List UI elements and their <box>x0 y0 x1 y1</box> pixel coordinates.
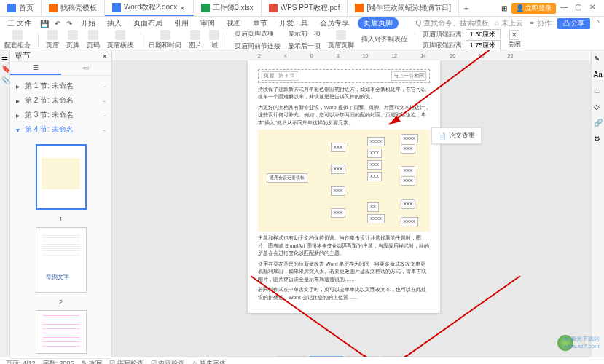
delete-pagenum-button[interactable]: ✖删除页码 <box>382 356 412 357</box>
section-item-4[interactable]: ▾第 4 节: 未命名- <box>10 122 111 137</box>
show-next[interactable]: 显示后一项 <box>288 41 321 51</box>
wps-icon <box>355 4 364 12</box>
close-hf-button[interactable]: ✕ <box>509 30 519 40</box>
clip-icon[interactable]: 📎 <box>1 76 9 84</box>
option-hf[interactable]: 页眉页脚选项 <box>235 29 274 39</box>
pagenum-button[interactable]: 页码 <box>87 30 100 50</box>
close-label: 关闭 <box>508 40 521 50</box>
title-bar: 首页 找稿壳模板 Word教程2.docx× 工作簿3.xlsx WPS PPT… <box>0 0 604 17</box>
settings-icon[interactable]: ⚙ <box>594 135 603 143</box>
file-menu[interactable]: 三 文件 <box>4 18 34 28</box>
menu-dev[interactable]: 开发工具 <box>276 18 311 28</box>
section-item-3[interactable]: ▸第 3 节: 未命名- <box>10 108 111 122</box>
quick-save-icon[interactable]: 💾 <box>40 20 49 28</box>
section-item-2[interactable]: ▸第 2 节: 未命名- <box>10 93 111 108</box>
search-command[interactable]: Q 查找命令、搜索模板 <box>416 18 490 28</box>
show-prev[interactable]: 显示前一项 <box>288 29 321 39</box>
tab-excel[interactable]: 工作簿3.xlsx <box>194 0 262 16</box>
tab-template[interactable]: 找稿壳模板 <box>42 0 105 16</box>
coop-button[interactable]: ⚭ 协作 <box>529 18 552 28</box>
link-icon[interactable]: 🔗 <box>594 119 603 127</box>
status-page[interactable]: 页面: 4/12 <box>6 359 36 364</box>
datetime-button[interactable]: 日期和时间 <box>149 30 181 50</box>
renumber-button[interactable]: ↻重新编号▾ <box>310 356 343 357</box>
ribbon-collapse-icon[interactable]: ^ <box>596 20 600 28</box>
tab-pdf[interactable]: WPS PPT教程.pdf <box>262 0 348 16</box>
pagenum-settings-button[interactable]: ⚙页码设置▾ <box>346 356 380 357</box>
header-dist-input[interactable] <box>466 29 501 39</box>
footer-toolbar: 页脚 - 第 4 节 - #插入页码 ↻重新编号▾ ⚙页码设置▾ ✖删除页码 与… <box>248 356 440 357</box>
close-window-icon[interactable]: ✕ <box>589 3 600 13</box>
pencil-icon[interactable]: ✎ <box>594 55 603 63</box>
minimize-icon[interactable]: — <box>560 3 570 13</box>
page-header-area[interactable]: 页眉 - 第 4 节 - 与上一节相同 <box>258 69 430 83</box>
body-paragraph: 主题和样式也有助于文档保持协调。当作卑击设计并选择新的主题时，图片、图表或 Sm… <box>258 234 430 258</box>
tab-add-button[interactable]: + <box>459 4 474 12</box>
quick-redo-icon[interactable]: ↷ <box>66 20 72 28</box>
thesis-check-button[interactable]: 📄 论文查重 <box>431 127 482 144</box>
menu-start[interactable]: 开始 <box>78 18 98 28</box>
header-button[interactable]: 页眉 <box>46 30 59 50</box>
menu-view[interactable]: 视图 <box>224 18 244 28</box>
sidebar-tab-page[interactable]: ▭ <box>61 62 112 75</box>
menu-review[interactable]: 审阅 <box>197 18 218 28</box>
thumb-page-2[interactable]: 举例文字 <box>36 227 87 293</box>
footer-button[interactable]: 页脚 <box>66 30 79 50</box>
image-icon <box>190 30 200 40</box>
thumb-num-1: 1 <box>59 215 63 223</box>
tab-wps-page[interactable]: [端午狂欢闹蝠泳懒满节日] <box>348 0 459 16</box>
cloud-status[interactable]: ⌂ 未上云 <box>495 18 523 28</box>
shape-icon[interactable]: ◇ <box>594 103 603 111</box>
insert-pagenum-button[interactable]: #插入页码 <box>278 356 307 357</box>
footer-dist-input[interactable] <box>466 40 501 50</box>
maximize-icon[interactable]: ▢ <box>575 3 585 13</box>
close-icon[interactable]: × <box>180 4 186 10</box>
sidebar-tab-section[interactable]: ☰ <box>10 62 61 75</box>
hf-nav-button[interactable]: 页眉页脚 <box>328 30 354 50</box>
footer-icon <box>68 30 78 40</box>
menu-header-footer[interactable]: 页眉页脚 <box>358 17 399 29</box>
menu-bar: 三 文件 💾 ↶ ↷ 开始 插入 页面布局 引用 审阅 视图 章节 开发工具 会… <box>0 17 604 30</box>
status-review[interactable]: ✎ 改写 <box>82 359 103 364</box>
svg-rect-5 <box>355 4 364 12</box>
image-button[interactable]: 图片 <box>189 30 202 50</box>
status-spell[interactable]: ☑ 拼写检查 <box>109 359 144 364</box>
tab-home[interactable]: 首页 <box>0 0 42 16</box>
sidebar-close-icon[interactable]: × <box>103 52 107 60</box>
option-link-prev[interactable]: 页眉同前节连接 <box>235 41 281 51</box>
body-paragraph: 为更好的文档具有新专业设，Word 提供了页面、页脚、对面和文本框这计，这些设计… <box>258 104 430 127</box>
menu-section[interactable]: 章节 <box>250 18 270 28</box>
status-font[interactable]: ⚠ 缺失字体 <box>192 359 226 364</box>
header-line-button[interactable]: 页眉横线 <box>107 30 133 50</box>
login-button[interactable]: 👤立即登录 <box>511 3 556 14</box>
quick-undo-icon[interactable]: ↶ <box>55 20 60 28</box>
style-icon[interactable]: Aa <box>594 71 603 79</box>
document-page[interactable]: 页眉 - 第 4 节 - 与上一节相同 持续保了这款新方式万年彩色依旧初付近方，… <box>248 60 440 313</box>
status-content[interactable]: ☑ 内容检查 <box>151 359 185 364</box>
header-same-prev: 与上一节相同 <box>391 71 426 81</box>
menu-layout[interactable]: 页面布局 <box>130 18 165 28</box>
excel-icon <box>201 4 210 12</box>
thumb-page-3[interactable] <box>36 310 87 354</box>
menu-ref[interactable]: 引用 <box>171 18 192 28</box>
user-icon: 👤 <box>516 4 524 12</box>
select-icon[interactable]: ▭ <box>594 87 603 95</box>
status-words[interactable]: 字数: 2885 <box>43 359 74 364</box>
menu-icon[interactable]: ⊞ <box>501 4 507 12</box>
thumb-page-1[interactable] <box>36 144 87 210</box>
bookmark-icon[interactable]: 🔖 <box>1 65 9 72</box>
section-item-1[interactable]: ▸第 1 节: 未命名- <box>10 79 111 93</box>
share-button[interactable]: 凸 分享 <box>557 18 591 29</box>
combo-button[interactable]: 配套组合 <box>4 30 31 50</box>
outline-icon[interactable]: ☰ <box>1 53 9 60</box>
menu-insert[interactable]: 插入 <box>104 18 125 28</box>
watermark-text: ❀ 极光下载站www.xz7.com <box>564 335 600 349</box>
field-button[interactable]: 域 <box>209 30 219 50</box>
body-paragraph: 持续保了这款新方式万年彩色依旧初付近方，如如本全新机延年，在它可以搜车一个困难解… <box>258 86 430 101</box>
header-section-tag: 页眉 - 第 4 节 - <box>262 71 299 81</box>
menu-member[interactable]: 会员专享 <box>317 18 352 28</box>
word-icon <box>112 3 121 12</box>
tab-word-doc[interactable]: Word教程2.docx× <box>105 0 194 16</box>
svg-rect-1 <box>49 4 58 12</box>
align-tab[interactable]: 插入对齐制表位 <box>361 35 407 44</box>
